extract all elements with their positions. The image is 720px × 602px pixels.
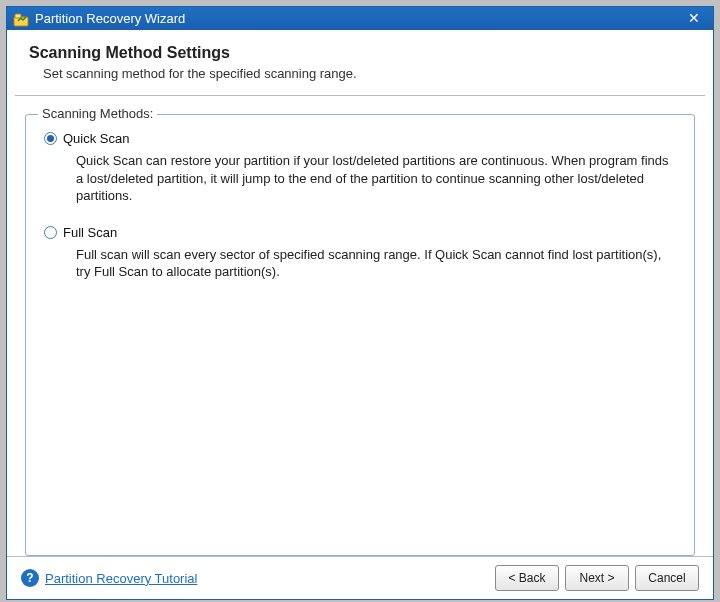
window-title: Partition Recovery Wizard <box>35 11 681 26</box>
page-header: Scanning Method Settings Set scanning me… <box>7 30 713 91</box>
help-icon[interactable]: ? <box>21 569 39 587</box>
content-area: Scanning Methods: Quick Scan Quick Scan … <box>7 106 713 556</box>
back-button[interactable]: < Back <box>495 565 559 591</box>
option-full-scan: Full Scan Full scan will scan every sect… <box>44 225 676 281</box>
svg-rect-1 <box>15 14 21 18</box>
radio-quick-scan[interactable]: Quick Scan <box>44 131 676 146</box>
page-title: Scanning Method Settings <box>29 44 691 62</box>
radio-label-quick: Quick Scan <box>63 131 129 146</box>
tutorial-link[interactable]: Partition Recovery Tutorial <box>45 571 197 586</box>
next-button[interactable]: Next > <box>565 565 629 591</box>
radio-icon <box>44 132 57 145</box>
wizard-window: Partition Recovery Wizard ✕ Scanning Met… <box>6 6 714 600</box>
radio-icon <box>44 226 57 239</box>
radio-full-scan[interactable]: Full Scan <box>44 225 676 240</box>
cancel-button[interactable]: Cancel <box>635 565 699 591</box>
page-subtitle: Set scanning method for the specified sc… <box>43 66 691 81</box>
footer: ? Partition Recovery Tutorial < Back Nex… <box>7 556 713 599</box>
scanning-methods-group: Scanning Methods: Quick Scan Quick Scan … <box>25 114 695 556</box>
titlebar: Partition Recovery Wizard ✕ <box>7 7 713 30</box>
group-legend: Scanning Methods: <box>38 106 157 121</box>
header-separator <box>15 95 705 96</box>
quick-scan-description: Quick Scan can restore your partition if… <box>76 152 676 205</box>
close-icon[interactable]: ✕ <box>681 9 707 29</box>
full-scan-description: Full scan will scan every sector of spec… <box>76 246 676 281</box>
radio-label-full: Full Scan <box>63 225 117 240</box>
app-icon <box>13 11 29 27</box>
option-quick-scan: Quick Scan Quick Scan can restore your p… <box>44 131 676 205</box>
